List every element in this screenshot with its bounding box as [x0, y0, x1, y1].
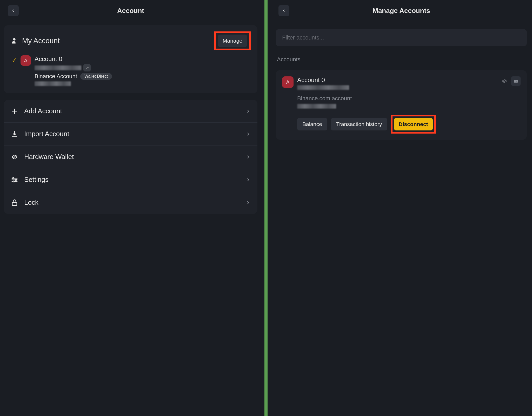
chevron-right-icon	[245, 131, 251, 137]
account-panel: Account My Account Manage ✓ A Account 0 …	[0, 0, 261, 416]
wallet-button[interactable]	[511, 76, 521, 86]
header: Manage Accounts	[271, 0, 532, 21]
menu-item-import-account[interactable]: Import Account	[4, 123, 257, 146]
disconnect-button[interactable]: Disconnect	[394, 118, 433, 130]
blurred-address	[35, 65, 81, 70]
chevron-right-icon	[245, 200, 251, 205]
lock-icon	[11, 199, 18, 207]
svg-rect-9	[12, 202, 17, 206]
svg-rect-10	[514, 80, 518, 83]
external-link-icon[interactable]: ↗	[83, 64, 91, 71]
account-name: Account 0	[297, 76, 496, 84]
account-header: A Account 0	[282, 76, 521, 91]
manage-highlight: Manage	[214, 31, 251, 50]
page-title: Account	[117, 7, 144, 15]
filter-container	[276, 29, 527, 46]
account-icons	[500, 76, 521, 86]
manage-button[interactable]: Manage	[218, 35, 247, 47]
manage-accounts-panel: Manage Accounts Accounts A Account 0 Bin…	[271, 0, 532, 416]
chevron-left-icon	[282, 9, 286, 13]
chevron-right-icon	[245, 109, 251, 114]
account-row[interactable]: ✓ A Account 0 ↗ Binance Account Wallet D…	[11, 55, 251, 87]
chevron-right-icon	[245, 177, 251, 182]
svg-point-11	[516, 81, 517, 82]
action-row: Balance Transaction history Disconnect	[297, 115, 521, 134]
blurred-address	[297, 85, 496, 91]
chevron-left-icon	[11, 9, 15, 13]
filter-input[interactable]	[282, 34, 521, 41]
binance-com-label: Binance.com account	[297, 95, 521, 102]
menu-label: Hardware Wallet	[24, 153, 74, 161]
account-info: Account 0	[297, 76, 496, 91]
menu-item-settings[interactable]: Settings	[4, 168, 257, 191]
header: Account	[0, 0, 261, 21]
blurred-email	[35, 81, 251, 87]
panel-separator	[264, 0, 268, 416]
disconnect-highlight: Disconnect	[391, 115, 436, 134]
avatar: A	[21, 55, 31, 66]
my-account-label: My Account	[22, 37, 60, 45]
section-label: Accounts	[271, 51, 532, 68]
back-button[interactable]	[8, 5, 19, 16]
card-header: My Account Manage	[11, 31, 251, 50]
wallet-icon	[513, 78, 518, 84]
avatar: A	[282, 76, 294, 88]
connect-icon	[11, 153, 18, 161]
transaction-history-button[interactable]: Transaction history	[331, 118, 387, 130]
menu-item-add-account[interactable]: Add Account	[4, 100, 257, 123]
account-info: Account 0 ↗ Binance Account Wallet Direc…	[35, 55, 251, 87]
svg-point-7	[15, 179, 17, 180]
binance-line: Binance Account Wallet Direct	[35, 73, 251, 80]
card-title: My Account	[11, 37, 60, 45]
account-card: A Account 0 Binance.com account Balance …	[276, 70, 527, 140]
page-title: Manage Accounts	[373, 7, 430, 15]
binance-label: Binance Account	[35, 73, 77, 80]
menu-list: Add Account Import Account Hardware Wall…	[4, 100, 257, 214]
person-icon	[11, 37, 18, 44]
sliders-icon	[11, 176, 18, 184]
eye-off-icon	[502, 78, 507, 84]
menu-label: Import Account	[24, 130, 69, 138]
menu-label: Add Account	[24, 107, 62, 115]
svg-point-0	[13, 38, 15, 41]
download-icon	[11, 130, 18, 138]
account-name: Account 0	[35, 55, 251, 63]
hide-button[interactable]	[500, 76, 509, 86]
menu-item-hardware-wallet[interactable]: Hardware Wallet	[4, 146, 257, 168]
back-button[interactable]	[278, 5, 289, 16]
wallet-direct-badge: Wallet Direct	[80, 73, 112, 80]
plus-icon	[11, 107, 18, 115]
blurred-email	[297, 104, 521, 110]
account-address-line: ↗	[35, 64, 251, 71]
check-icon: ✓	[12, 57, 17, 64]
menu-label: Settings	[24, 176, 49, 184]
svg-point-8	[13, 181, 15, 182]
menu-item-lock[interactable]: Lock	[4, 191, 257, 214]
menu-label: Lock	[24, 199, 38, 207]
my-account-card: My Account Manage ✓ A Account 0 ↗ Binanc…	[4, 25, 257, 93]
svg-point-6	[13, 177, 14, 179]
balance-button[interactable]: Balance	[297, 118, 327, 130]
chevron-right-icon	[245, 154, 251, 160]
